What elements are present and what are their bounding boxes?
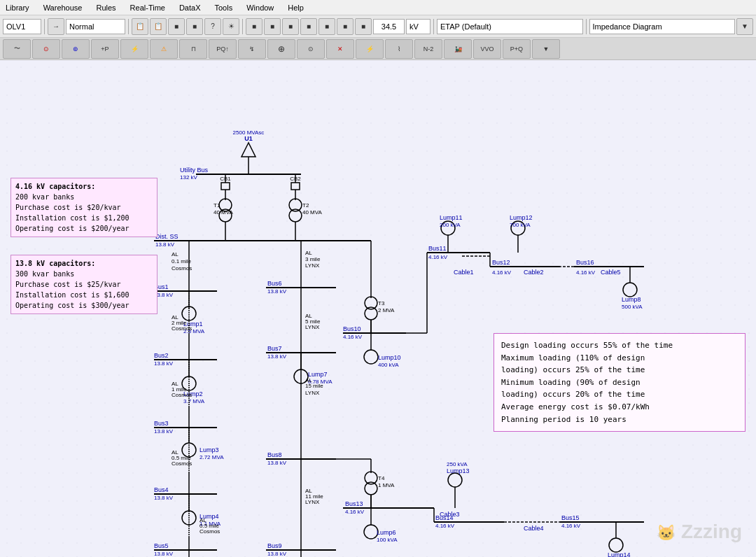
tool-btn-2[interactable]: 📋 bbox=[150, 18, 167, 35]
cap-btn[interactable]: ⊓ bbox=[179, 39, 207, 59]
pq2-btn[interactable]: P+Q bbox=[503, 39, 531, 59]
wave-btn[interactable]: 〜 bbox=[3, 39, 31, 59]
svg-text:T2: T2 bbox=[302, 202, 309, 209]
info-box-416kv: 4.16 kV capacitors: 200 kvar banks Purch… bbox=[10, 178, 158, 237]
plus-p-btn[interactable]: +P bbox=[91, 39, 119, 59]
svg-text:13.8 kV: 13.8 kV bbox=[154, 360, 174, 367]
menu-help[interactable]: Help bbox=[285, 2, 307, 13]
tool-btn-10[interactable]: ■ bbox=[300, 18, 317, 35]
svg-text:Bus13: Bus13 bbox=[345, 500, 363, 507]
svg-text:LYNX: LYNX bbox=[305, 324, 320, 330]
menu-tools[interactable]: Tools bbox=[212, 2, 236, 13]
cross-btn[interactable]: ✕ bbox=[326, 39, 354, 59]
box1-title: 4.16 kV capacitors: bbox=[15, 181, 153, 192]
svg-text:T3: T3 bbox=[378, 300, 385, 306]
menu-warehouse[interactable]: Warehouse bbox=[41, 2, 85, 13]
voltage-input[interactable] bbox=[373, 19, 405, 34]
menu-realtime[interactable]: Real-Time bbox=[127, 2, 168, 13]
tool-btn-9[interactable]: ■ bbox=[282, 18, 299, 35]
svg-text:250 kVA: 250 kVA bbox=[447, 461, 468, 467]
study-mode-dropdown[interactable]: Normal bbox=[66, 19, 125, 34]
svg-text:13.8 kV: 13.8 kV bbox=[154, 551, 174, 557]
vvo-btn[interactable]: VVO bbox=[473, 39, 501, 59]
box3-line4: loading) occurs 20% of the time bbox=[501, 388, 738, 401]
tool-btn-8[interactable]: ■ bbox=[264, 18, 281, 35]
cable-btn[interactable]: ⌇ bbox=[385, 39, 413, 59]
svg-text:4.16 kV: 4.16 kV bbox=[345, 509, 365, 515]
svg-text:13.8 kV: 13.8 kV bbox=[267, 551, 287, 557]
svg-text:U1: U1 bbox=[244, 135, 253, 142]
svg-text:13.8 kV: 13.8 kV bbox=[267, 288, 287, 295]
tool-btn-5[interactable]: ? bbox=[204, 18, 221, 35]
svg-text:100 kVA: 100 kVA bbox=[377, 537, 398, 543]
box2-line1: 300 kvar banks bbox=[15, 269, 153, 279]
n2-btn[interactable]: N-2 bbox=[414, 39, 442, 59]
motor2-btn[interactable]: ⊙ bbox=[297, 39, 325, 59]
svg-text:4.16 kV: 4.16 kV bbox=[435, 523, 455, 529]
tool-btn-1[interactable]: 📋 bbox=[132, 18, 148, 35]
arrow-btn[interactable]: → bbox=[48, 18, 64, 35]
svg-text:Bus2: Bus2 bbox=[154, 352, 169, 359]
more-btn[interactable]: ▼ bbox=[532, 39, 560, 59]
svg-text:LYNX: LYNX bbox=[305, 262, 320, 269]
trafo-btn[interactable]: ⊕ bbox=[267, 39, 295, 59]
etap-label: ETAP (Default) bbox=[437, 19, 583, 34]
svg-text:700 kVA: 700 kVA bbox=[510, 222, 531, 228]
watermark: 🐱 Zzzing bbox=[657, 521, 742, 543]
box2-line2: Purchase cost is $25/kvar bbox=[15, 279, 153, 290]
box3-line3: Minimum loading (90% of design bbox=[501, 376, 738, 389]
svg-text:40 MVA: 40 MVA bbox=[302, 209, 323, 216]
diagram-btn[interactable]: ▼ bbox=[736, 18, 753, 35]
tool-btn-3[interactable]: ■ bbox=[168, 18, 185, 35]
svg-text:Bus10: Bus10 bbox=[343, 325, 361, 332]
menu-library[interactable]: Library bbox=[3, 2, 32, 13]
svg-text:CB2: CB2 bbox=[290, 176, 301, 182]
tool-btn-4[interactable]: ■ bbox=[186, 18, 203, 35]
toolbar-1: OLV1 → Normal 📋 📋 ■ ■ ? ☀ ■ ■ ■ ■ ■ ■ ■ … bbox=[0, 15, 756, 38]
svg-text:Cosmos: Cosmos bbox=[172, 325, 192, 332]
svg-text:2500 MVAsc: 2500 MVAsc bbox=[233, 129, 265, 136]
gen-btn[interactable]: ⊚ bbox=[62, 39, 90, 59]
svg-text:13.8 kV: 13.8 kV bbox=[267, 460, 287, 466]
pq-btn[interactable]: PQ↑ bbox=[209, 39, 237, 59]
svg-text:Bus5: Bus5 bbox=[154, 542, 169, 549]
line-btn[interactable]: ⚡ bbox=[356, 39, 384, 59]
tool-btn-12[interactable]: ■ bbox=[337, 18, 354, 35]
load-btn[interactable]: ↯ bbox=[238, 39, 266, 59]
svg-text:Cable4: Cable4 bbox=[524, 525, 544, 532]
flash-btn[interactable]: ⚡ bbox=[120, 39, 148, 59]
train-btn[interactable]: 🚂 bbox=[444, 39, 472, 59]
svg-text:Cable2: Cable2 bbox=[524, 269, 544, 276]
box1-line3: Installation cost is $1,200 bbox=[15, 213, 153, 223]
menu-datax[interactable]: DataX bbox=[176, 2, 204, 13]
box1-line4: Operating cost is $200/year bbox=[15, 223, 153, 234]
svg-text:Lump10: Lump10 bbox=[378, 354, 401, 361]
menu-rules[interactable]: Rules bbox=[93, 2, 118, 13]
olv-dropdown[interactable]: OLV1 bbox=[3, 19, 41, 34]
motor-btn[interactable]: ⊙ bbox=[32, 39, 60, 59]
menu-window[interactable]: Window bbox=[244, 2, 276, 13]
svg-text:Bus7: Bus7 bbox=[267, 345, 282, 352]
svg-text:500 kVA: 500 kVA bbox=[622, 304, 643, 310]
svg-text:Lump11: Lump11 bbox=[440, 214, 463, 221]
svg-text:LYNX: LYNX bbox=[305, 390, 320, 396]
svg-text:Lump12: Lump12 bbox=[510, 214, 533, 221]
menu-bar: Library Warehouse Rules Real-Time DataX … bbox=[0, 0, 756, 15]
box3-line0: Design loading occurs 55% of the time bbox=[501, 339, 738, 352]
svg-text:Bus4: Bus4 bbox=[154, 486, 169, 493]
voltage-unit-dropdown[interactable]: kV bbox=[406, 19, 430, 34]
svg-text:Lump14: Lump14 bbox=[608, 551, 631, 557]
tool-btn-7[interactable]: ■ bbox=[246, 18, 262, 35]
tool-btn-6[interactable]: ☀ bbox=[223, 18, 239, 35]
toolbar-2: 〜 ⊙ ⊚ +P ⚡ ⚠ ⊓ PQ↑ ↯ ⊕ ⊙ ✕ ⚡ ⌇ N-2 🚂 VVO… bbox=[0, 38, 756, 60]
svg-text:40 MVA: 40 MVA bbox=[214, 209, 234, 216]
svg-text:Cable1: Cable1 bbox=[454, 269, 474, 276]
warn-btn[interactable]: ⚠ bbox=[150, 39, 178, 59]
diagram-label: Impedance Diagram bbox=[589, 19, 736, 34]
svg-text:4.16 kV: 4.16 kV bbox=[561, 523, 581, 529]
tool-btn-11[interactable]: ■ bbox=[318, 18, 335, 35]
svg-text:LYNX: LYNX bbox=[305, 499, 320, 505]
tool-btn-13[interactable]: ■ bbox=[355, 18, 372, 35]
sep5 bbox=[586, 19, 587, 34]
svg-text:13.8 kV: 13.8 kV bbox=[155, 241, 175, 248]
